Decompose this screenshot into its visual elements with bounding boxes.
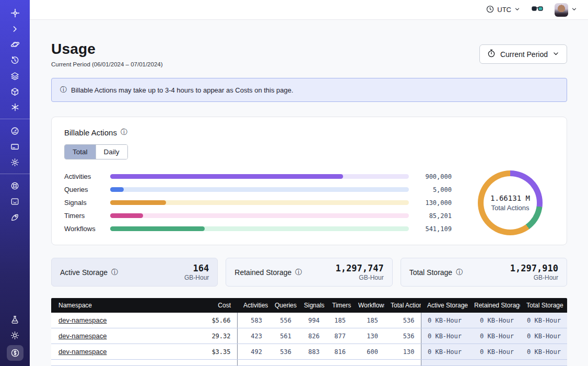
- deployments-icon[interactable]: [7, 85, 23, 98]
- bar-value: 541,109: [409, 225, 452, 233]
- active-storage-card: Active Storage ⓘ 164 GB-Hour: [51, 258, 218, 287]
- credits-button[interactable]: [7, 345, 23, 361]
- cell-total_actions: 536: [384, 313, 421, 328]
- banner-text: Billable Actions may take up to 3-4 hour…: [71, 86, 293, 94]
- bar-label: Activities: [64, 173, 110, 180]
- bar-value: 5,000: [409, 186, 452, 193]
- col-header-workflows: Workflows: [352, 298, 384, 313]
- period-selector-label: Current Period: [500, 50, 548, 59]
- retained-storage-value: 1,297,747: [336, 263, 384, 273]
- clock-icon: [486, 5, 494, 15]
- cell-cost: 29.32: [187, 328, 237, 344]
- bar-row-timers: Timers85,201: [64, 209, 452, 222]
- support-icon[interactable]: [7, 179, 23, 192]
- page-head: Usage Current Period (06/01/2024 – 07/01…: [51, 41, 567, 67]
- page-title: Usage: [51, 41, 163, 58]
- cell-workflows: 185: [352, 313, 384, 328]
- bar-label: Workflows: [64, 225, 110, 233]
- col-header-signals: Signals: [298, 298, 326, 313]
- view-mode-button[interactable]: [532, 5, 543, 14]
- billable-bar-list: Activities900,000Queries5,000Signals130,…: [64, 170, 466, 235]
- bar-track: [110, 187, 409, 192]
- timezone-label: UTC: [497, 6, 511, 14]
- cell-active_storage: 0 KB-Hour: [421, 328, 468, 344]
- retained-storage-label: Retained Storage: [234, 268, 291, 277]
- topbar: UTC: [30, 0, 588, 20]
- cell-namespace: dev-namespace: [51, 344, 187, 360]
- retained-storage-card: Retained Storage ⓘ 1,297,747 GB-Hour: [226, 258, 392, 287]
- donut-center: 1.66131 M Total Actions: [478, 170, 543, 235]
- cell-queries: 556: [268, 313, 298, 328]
- expand-chevron-icon[interactable]: [7, 22, 23, 35]
- bar-track: [110, 174, 409, 179]
- layers-icon[interactable]: [7, 70, 23, 82]
- info-icon[interactable]: ⓘ: [111, 268, 118, 277]
- cell-activities: 423: [237, 328, 268, 344]
- period-selector-button[interactable]: Current Period: [479, 44, 567, 64]
- bar-label: Timers: [64, 212, 110, 220]
- bar-label: Queries: [64, 186, 110, 193]
- col-header-activities: Activities: [237, 298, 268, 313]
- tab-total[interactable]: Total: [65, 145, 96, 159]
- retained-storage-unit: GB-Hour: [336, 274, 384, 281]
- active-storage-unit: GB-Hour: [184, 274, 209, 281]
- col-header-total_actions: Total Actions: [384, 298, 421, 313]
- account-menu[interactable]: [555, 3, 577, 17]
- chevron-down-icon: [571, 6, 577, 14]
- bar-fill: [110, 213, 143, 218]
- namespace-usage-table: NamespaceCostActivitiesQueriesSignalsTim…: [51, 298, 567, 366]
- bar-row-queries: Queries5,000: [64, 183, 452, 196]
- avatar: [555, 3, 568, 17]
- namespace-link[interactable]: dev-namespace: [58, 332, 107, 340]
- namespace-link[interactable]: dev-namespace: [58, 348, 107, 356]
- col-header-namespace: Namespace: [51, 298, 187, 313]
- nexus-icon[interactable]: [7, 101, 23, 113]
- cell-signals: 883: [298, 344, 326, 360]
- bar-fill: [110, 226, 205, 231]
- labs-icon[interactable]: [7, 313, 23, 326]
- cell-total_actions: 536: [384, 328, 421, 344]
- cell-retained_storage: 0 KB-Hour: [468, 313, 520, 328]
- bar-row-activities: Activities900,000: [64, 170, 452, 183]
- cell-total_storage: 0 KB-Hour: [520, 344, 567, 360]
- info-icon: ⓘ: [60, 85, 67, 95]
- total-storage-card: Total Storage ⓘ 1,297,910 GB-Hour: [401, 258, 567, 287]
- cell-total_storage: 0 KB-Hour: [520, 313, 567, 328]
- storage-summary-row: Active Storage ⓘ 164 GB-Hour Retained St…: [51, 258, 567, 287]
- settings-icon[interactable]: [7, 156, 23, 168]
- getting-started-icon[interactable]: [7, 211, 23, 223]
- usage-icon[interactable]: [7, 124, 23, 137]
- active-storage-value: 164: [184, 263, 209, 273]
- docs-icon[interactable]: [7, 195, 23, 208]
- info-icon[interactable]: ⓘ: [456, 268, 463, 277]
- namespace-link[interactable]: dev-namespace: [58, 316, 107, 324]
- billable-actions-banner: ⓘ Billable Actions may take up to 3-4 ho…: [51, 78, 567, 102]
- schedules-icon[interactable]: [7, 54, 23, 66]
- tab-daily[interactable]: Daily: [96, 145, 127, 159]
- content: Usage Current Period (06/01/2024 – 07/01…: [30, 20, 588, 366]
- billable-chart: Activities900,000Queries5,000Signals130,…: [64, 170, 554, 235]
- total-storage-label: Total Storage: [409, 268, 453, 277]
- billing-icon[interactable]: [7, 140, 23, 153]
- sidebar-divider: [0, 174, 30, 174]
- temporal-logo-icon[interactable]: [7, 7, 23, 19]
- cell-cost: $5.66: [187, 313, 237, 328]
- bar-value: 85,201: [409, 212, 452, 220]
- cell-retained_storage: 0 KB-Hour: [468, 328, 520, 344]
- total-storage-value: 1,297,910: [510, 263, 558, 273]
- active-storage-label: Active Storage: [60, 268, 108, 277]
- theme-icon[interactable]: [7, 329, 23, 341]
- table-row: dev-namespace29.324235618268771305360 KB…: [51, 328, 567, 344]
- bar-fill: [110, 200, 166, 205]
- namespaces-icon[interactable]: [7, 38, 23, 51]
- col-header-retained_storage: Retained Storage: [468, 298, 520, 313]
- info-icon[interactable]: ⓘ: [121, 128, 127, 137]
- timezone-selector[interactable]: UTC: [486, 5, 520, 15]
- cell-active_storage: 0 KB-Hour: [421, 313, 468, 328]
- info-icon[interactable]: ⓘ: [295, 268, 302, 277]
- bar-value: 130,000: [409, 199, 452, 207]
- total-actions-value: 1.66131 M: [490, 194, 530, 202]
- cell-activities: 583: [237, 313, 268, 328]
- cell-timers: 816: [326, 344, 352, 360]
- bar-fill: [110, 174, 343, 179]
